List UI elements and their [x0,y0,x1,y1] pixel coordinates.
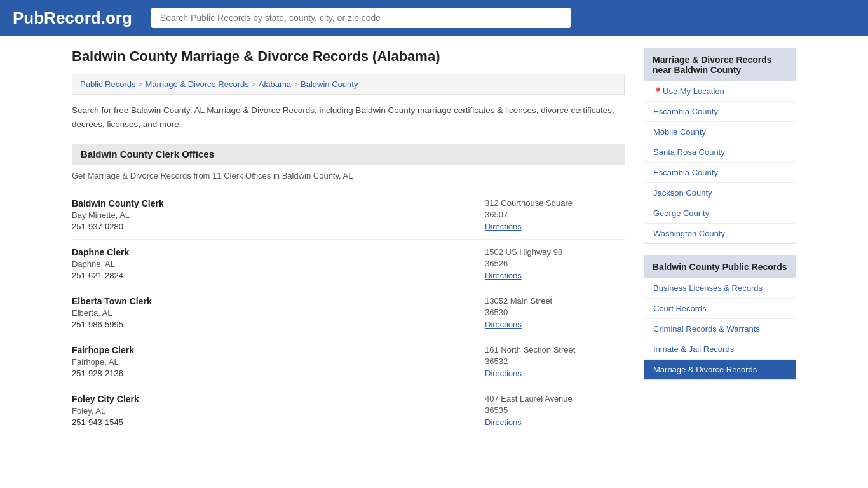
sidebar-pr-link[interactable]: Marriage & Divorce Records [644,360,796,379]
directions-link[interactable]: Directions [485,222,522,231]
clerk-left-4: Foley City Clerk Foley, AL 251-943-1545 [72,394,139,427]
clerk-address: 407 East Laurel Avenue [485,394,625,403]
clerk-zip: 36535 [485,405,625,415]
clerk-phone: 251-937-0280 [72,222,164,231]
sidebar-nearby-link[interactable]: Jackson County [644,183,796,203]
breadcrumb: Public Records > Marriage & Divorce Reco… [72,74,625,95]
clerk-city: Fairhope, AL [72,357,134,367]
sidebar-nearby-link[interactable]: Escambia County [644,102,796,122]
clerk-zip: 36507 [485,210,625,219]
directions-link[interactable]: Directions [485,320,522,329]
main-column: Baldwin County Marriage & Divorce Record… [72,48,625,435]
clerk-city: Foley, AL [72,406,139,416]
sidebar-pr-link[interactable]: Inmate & Jail Records [644,339,796,360]
clerk-address: 13052 Main Street [485,296,625,306]
site-logo[interactable]: PubRecord.org [13,8,132,28]
clerk-entry: Elberta Town Clerk Elberta, AL 251-986-5… [72,288,625,337]
breadcrumb-public-records[interactable]: Public Records [80,79,135,89]
site-header: PubRecord.org [0,0,868,36]
clerk-right-4: 407 East Laurel Avenue 36535 Directions [485,394,625,427]
sidebar-pr-link[interactable]: Criminal Records & Warrants [644,319,796,339]
clerk-phone: 251-943-1545 [72,417,139,427]
breadcrumb-sep-3: > [294,80,298,89]
clerk-left-0: Baldwin County Clerk Bay Minette, AL 251… [72,198,164,231]
breadcrumb-sep-2: > [252,80,256,89]
sidebar-nearby-link[interactable]: Use My Location [644,81,796,102]
sidebar-nearby-link[interactable]: Escambia County [644,163,796,183]
clerk-city: Bay Minette, AL [72,210,164,220]
sidebar-nearby-links: Use My LocationEscambia CountyMobile Cou… [644,81,796,244]
clerk-city: Elberta, AL [72,308,152,318]
clerk-city: Daphne, AL [72,259,129,269]
clerk-phone: 251-621-2824 [72,271,129,280]
clerk-right-1: 1502 US Highway 98 36526 Directions [485,247,625,280]
sidebar: Marriage & Divorce Records near Baldwin … [644,48,796,435]
clerk-left-1: Daphne Clerk Daphne, AL 251-621-2824 [72,247,129,280]
sidebar-public-records-links: Business Licenses & RecordsCourt Records… [644,278,796,380]
clerk-list: Baldwin County Clerk Bay Minette, AL 251… [72,191,625,435]
directions-link[interactable]: Directions [485,417,522,427]
content-wrapper: Baldwin County Marriage & Divorce Record… [53,36,815,447]
clerk-name: Fairhope Clerk [72,345,134,355]
clerk-zip: 36530 [485,308,625,317]
clerk-phone: 251-986-5995 [72,320,152,329]
section-sub: Get Marriage & Divorce Records from 11 C… [72,171,625,180]
clerk-zip: 36526 [485,259,625,268]
search-input[interactable] [151,8,571,28]
sidebar-nearby-link[interactable]: George County [644,203,796,224]
breadcrumb-sep-1: > [138,80,142,89]
directions-link[interactable]: Directions [485,369,522,378]
clerk-right-2: 13052 Main Street 36530 Directions [485,296,625,329]
clerk-address: 161 North Section Street [485,345,625,355]
clerk-address: 1502 US Highway 98 [485,247,625,257]
sidebar-pr-link[interactable]: Business Licenses & Records [644,278,796,299]
clerk-right-0: 312 Courthouse Square 36507 Directions [485,198,625,231]
clerk-name: Foley City Clerk [72,394,139,404]
sidebar-public-records-header: Baldwin County Public Records [644,255,796,278]
clerk-zip: 36532 [485,356,625,366]
page-description: Search for free Baldwin County, AL Marri… [72,104,625,131]
clerk-left-3: Fairhope Clerk Fairhope, AL 251-928-2136 [72,345,134,378]
directions-link[interactable]: Directions [485,271,522,280]
sidebar-nearby-link[interactable]: Mobile County [644,122,796,142]
breadcrumb-baldwin-county[interactable]: Baldwin County [301,79,358,89]
clerk-entry: Foley City Clerk Foley, AL 251-943-1545 … [72,386,625,435]
breadcrumb-alabama[interactable]: Alabama [259,79,291,89]
breadcrumb-marriage-divorce[interactable]: Marriage & Divorce Records [145,79,248,89]
sidebar-nearby-header: Marriage & Divorce Records near Baldwin … [644,48,796,81]
clerk-name: Baldwin County Clerk [72,198,164,208]
clerk-name: Daphne Clerk [72,247,129,257]
clerk-entry: Baldwin County Clerk Bay Minette, AL 251… [72,191,625,240]
clerk-entry: Fairhope Clerk Fairhope, AL 251-928-2136… [72,337,625,386]
clerk-address: 312 Courthouse Square [485,198,625,208]
clerk-right-3: 161 North Section Street 36532 Direction… [485,345,625,378]
section-header: Baldwin County Clerk Offices [72,144,625,165]
page-title: Baldwin County Marriage & Divorce Record… [72,48,625,65]
clerk-left-2: Elberta Town Clerk Elberta, AL 251-986-5… [72,296,152,329]
sidebar-nearby-link[interactable]: Santa Rosa County [644,142,796,163]
clerk-phone: 251-928-2136 [72,369,134,378]
clerk-name: Elberta Town Clerk [72,296,152,306]
clerk-entry: Daphne Clerk Daphne, AL 251-621-2824 150… [72,240,625,288]
sidebar-pr-link[interactable]: Court Records [644,299,796,319]
sidebar-nearby-link[interactable]: Washington County [644,224,796,243]
